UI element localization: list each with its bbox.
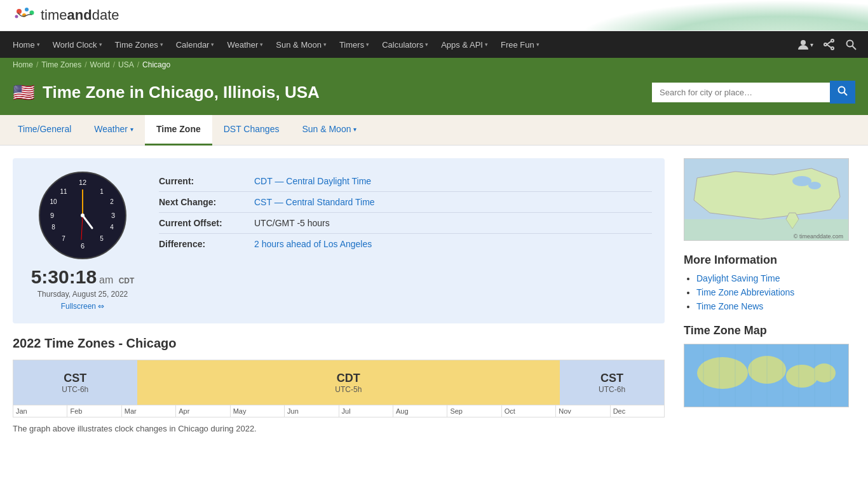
dst-link[interactable]: Daylight Saving Time — [696, 273, 780, 283]
svg-point-1 — [25, 8, 29, 11]
tz-news-link[interactable]: Time Zone News — [696, 301, 763, 311]
tz-bar-cst-right: CST UTC-6h — [560, 360, 664, 405]
info-table: Current: CDT — Central Daylight Time Nex… — [159, 171, 652, 311]
tz-bars: CST UTC-6h CDT UTC-5h CST UTC-6h — [13, 360, 664, 405]
nav-apps-api-arrow: ▾ — [485, 41, 488, 48]
nav-calendar-arrow: ▾ — [211, 41, 214, 48]
nav-sun-moon-arrow: ▾ — [323, 41, 327, 48]
svg-text:10: 10 — [50, 198, 57, 205]
clock-time: 5:30:18am CDT — [31, 266, 135, 288]
tz-map-section: Time Zone Map — [684, 324, 855, 407]
tab-time-zone[interactable]: Time Zone — [145, 115, 212, 146]
nav-home[interactable]: Home ▾ — [6, 31, 46, 58]
svg-line-12 — [853, 46, 857, 50]
nav-time-zones[interactable]: Time Zones ▾ — [109, 31, 170, 58]
svg-text:8: 8 — [51, 224, 55, 231]
tab-sun-moon[interactable]: Sun & Moon ▾ — [290, 115, 368, 146]
tz-map[interactable] — [684, 344, 849, 407]
breadcrumb-sep-3: / — [113, 60, 115, 69]
month-apr: Apr — [175, 405, 229, 417]
month-jan: Jan — [13, 405, 67, 417]
svg-text:© timeanddate.com: © timeanddate.com — [794, 233, 843, 240]
nav-free-fun[interactable]: Free Fun ▾ — [494, 31, 546, 58]
fullscreen-link[interactable]: Fullscreen ⇔ — [61, 302, 105, 311]
nav-world-clock-arrow: ▾ — [99, 41, 102, 48]
timezone-bar: CST UTC-6h CDT UTC-5h CST UTC-6h Jan Feb — [13, 360, 665, 417]
tab-sun-moon-arrow: ▾ — [353, 126, 356, 133]
tab-time-general[interactable]: Time/General — [6, 115, 83, 146]
svg-point-42 — [786, 365, 818, 388]
svg-point-6 — [831, 39, 834, 42]
list-item-tz-abbr: Time Zone Abbreviations — [696, 287, 855, 297]
nav-free-fun-arrow: ▾ — [536, 41, 539, 48]
nav-search-icon[interactable] — [840, 31, 862, 58]
svg-point-11 — [847, 41, 853, 47]
svg-text:4: 4 — [110, 224, 114, 231]
nav-world-clock[interactable]: World Clock ▾ — [46, 31, 109, 58]
nav-share-icon[interactable] — [818, 31, 840, 58]
nav-timers-arrow: ▾ — [366, 41, 369, 48]
clock-section: 12 3 6 9 1 2 4 5 7 8 10 11 — [13, 158, 665, 323]
list-item-tz-news: Time Zone News — [696, 301, 855, 311]
svg-line-10 — [827, 44, 831, 48]
tab-dst-changes[interactable]: DST Changes — [212, 115, 291, 146]
month-jul: Jul — [339, 405, 393, 417]
tz-bar-cdt: CDT UTC-5h — [137, 360, 560, 405]
month-mar: Mar — [121, 405, 175, 417]
info-row-current: Current: CDT — Central Daylight Time — [159, 171, 652, 192]
tab-weather[interactable]: Weather ▾ — [83, 115, 145, 146]
clock-wrap: 12 3 6 9 1 2 4 5 7 8 10 11 — [25, 171, 140, 311]
svg-point-8 — [824, 43, 827, 46]
nav-time-zones-arrow: ▾ — [160, 41, 163, 48]
nav-timers[interactable]: Timers ▾ — [333, 31, 376, 58]
month-labels: Jan Feb Mar Apr May Jun Jul Aug Sep Oct … — [13, 405, 664, 417]
usa-map[interactable]: © timeanddate.com — [684, 158, 849, 241]
search-input[interactable] — [652, 83, 830, 102]
nav-weather-arrow: ▾ — [260, 41, 263, 48]
svg-point-4 — [15, 15, 18, 18]
nav-sun-moon[interactable]: Sun & Moon ▾ — [269, 31, 333, 58]
search-button[interactable] — [830, 81, 855, 104]
svg-text:5: 5 — [100, 235, 104, 242]
graph-description: The graph above illustrates clock change… — [13, 424, 665, 433]
nav-user-icon[interactable]: ▾ — [792, 31, 818, 58]
svg-point-31 — [81, 214, 85, 217]
nav-calculators[interactable]: Calculators ▾ — [376, 31, 435, 58]
clock-date: Thursday, August 25, 2022 — [37, 290, 128, 299]
more-info-list: Daylight Saving Time Time Zone Abbreviat… — [684, 273, 855, 311]
month-jun: Jun — [284, 405, 338, 417]
svg-line-9 — [827, 41, 831, 44]
nav-weather[interactable]: Weather ▾ — [220, 31, 269, 58]
tz-map-title: Time Zone Map — [684, 324, 855, 337]
sub-tabs: Time/General Weather ▾ Time Zone DST Cha… — [0, 115, 868, 146]
svg-point-40 — [697, 357, 748, 389]
logo-text: timeanddate — [41, 7, 119, 24]
nav-home-arrow: ▾ — [37, 41, 40, 48]
breadcrumb-home[interactable]: Home — [13, 60, 33, 69]
tz-bar-cst-left: CST UTC-6h — [13, 360, 137, 405]
breadcrumb-chicago: Chicago — [142, 60, 170, 69]
month-aug: Aug — [393, 405, 447, 417]
logo[interactable]: timeanddate — [13, 6, 119, 24]
svg-point-43 — [813, 363, 836, 383]
svg-point-7 — [831, 47, 834, 50]
svg-text:3: 3 — [111, 212, 115, 219]
svg-text:9: 9 — [50, 212, 54, 219]
breadcrumb-time-zones[interactable]: Time Zones — [41, 60, 81, 69]
breadcrumb-usa[interactable]: USA — [118, 60, 134, 69]
month-sep: Sep — [447, 405, 501, 417]
month-nov: Nov — [555, 405, 609, 417]
svg-point-13 — [839, 87, 845, 93]
hero-bar: 🇺🇸 Time Zone in Chicago, Illinois, USA — [0, 72, 868, 115]
analog-clock: 12 3 6 9 1 2 4 5 7 8 10 11 — [38, 171, 127, 260]
nav-calendar[interactable]: Calendar ▾ — [170, 31, 221, 58]
search-box — [652, 81, 855, 104]
breadcrumb-world[interactable]: World — [90, 60, 110, 69]
map-section: © timeanddate.com — [684, 158, 855, 241]
svg-text:11: 11 — [60, 188, 67, 195]
svg-line-14 — [844, 93, 848, 96]
nav-apps-api[interactable]: Apps & API ▾ — [435, 31, 494, 58]
info-row-next-change: Next Change: CST — Central Standard Time — [159, 192, 652, 213]
main-content: 12 3 6 9 1 2 4 5 7 8 10 11 — [0, 146, 868, 446]
tz-abbr-link[interactable]: Time Zone Abbreviations — [696, 287, 794, 297]
